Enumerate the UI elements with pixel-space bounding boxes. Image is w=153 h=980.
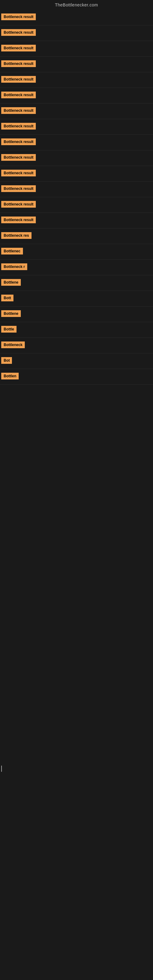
list-item: Bottleneck result	[0, 135, 153, 150]
list-item: Bottleneck result	[0, 25, 153, 41]
bottleneck-badge[interactable]: Bottleneck result	[1, 107, 36, 114]
list-item: Bottleneck result	[0, 181, 153, 197]
bottleneck-badge[interactable]: Bottle	[1, 326, 16, 332]
bottleneck-badge[interactable]: Bottleneck result	[1, 216, 36, 223]
list-item: Bottleneck result	[0, 57, 153, 72]
list-item: Bottleneck result	[0, 197, 153, 213]
list-item: Bottlen	[0, 369, 153, 385]
bottleneck-badge[interactable]: Bottleneck res	[1, 232, 32, 239]
bottleneck-badge[interactable]: Bottleneck result	[1, 185, 36, 192]
list-item: Bottlene	[0, 307, 153, 322]
list-item: Bottlenec	[0, 244, 153, 260]
list-item: Bottleneck result	[0, 119, 153, 135]
bottleneck-badge[interactable]: Bottlenec	[1, 248, 23, 255]
site-title: TheBottlenecker.com	[0, 0, 153, 10]
bottleneck-badge[interactable]: Bottlene	[1, 310, 21, 317]
list-item: Bottleneck r	[0, 260, 153, 275]
list-item: Bottleneck result	[0, 103, 153, 119]
list-item: Bottleneck result	[0, 150, 153, 166]
list-item: Bot	[0, 353, 153, 369]
bottleneck-badge[interactable]: Bott	[1, 294, 13, 301]
items-container: Bottleneck resultBottleneck resultBottle…	[0, 10, 153, 385]
bottleneck-badge[interactable]: Bottleneck result	[1, 29, 36, 36]
list-item: Bottlene	[0, 275, 153, 291]
bottleneck-badge[interactable]: Bottleneck result	[1, 170, 36, 177]
bottleneck-badge[interactable]: Bottleneck result	[1, 60, 36, 67]
bottleneck-badge[interactable]: Bot	[1, 357, 12, 364]
bottleneck-badge[interactable]: Bottleneck result	[1, 92, 36, 98]
list-item: Bottleneck result	[0, 10, 153, 25]
bottleneck-badge[interactable]: Bottlen	[1, 373, 19, 379]
bottleneck-badge[interactable]: Bottleneck	[1, 342, 25, 348]
list-item: Bott	[0, 291, 153, 307]
cursor-line	[1, 766, 2, 772]
list-item: Bottleneck	[0, 338, 153, 353]
bottleneck-badge[interactable]: Bottleneck result	[1, 201, 36, 208]
bottleneck-badge[interactable]: Bottleneck result	[1, 76, 36, 83]
list-item: Bottleneck result	[0, 72, 153, 88]
bottleneck-badge[interactable]: Bottleneck r	[1, 263, 27, 270]
list-item: Bottleneck res	[0, 229, 153, 244]
list-item: Bottle	[0, 322, 153, 338]
list-item: Bottleneck result	[0, 213, 153, 229]
list-item: Bottleneck result	[0, 166, 153, 181]
bottleneck-badge[interactable]: Bottleneck result	[1, 45, 36, 51]
bottleneck-badge[interactable]: Bottleneck result	[1, 138, 36, 145]
list-item: Bottleneck result	[0, 41, 153, 57]
list-item: Bottleneck result	[0, 88, 153, 103]
bottleneck-badge[interactable]: Bottlene	[1, 279, 21, 286]
bottleneck-badge[interactable]: Bottleneck result	[1, 154, 36, 161]
bottleneck-badge[interactable]: Bottleneck result	[1, 123, 36, 130]
bottleneck-badge[interactable]: Bottleneck result	[1, 13, 36, 20]
